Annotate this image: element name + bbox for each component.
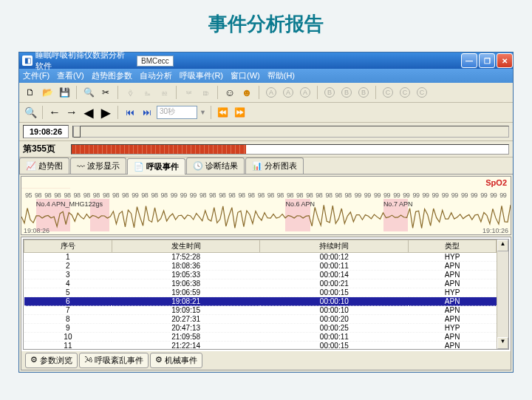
cell-seq: 9 [24,324,112,333]
window-controls: — ❐ ✕ [460,53,513,68]
table-row[interactable]: 719:09:1500:00:10APN [24,306,497,315]
tab-trend[interactable]: 📈趋势图 [19,157,69,174]
menu-resp-event[interactable]: 呼吸事件(R) [180,70,223,81]
circle-a-icon-2: A [281,85,296,100]
circle-b-icon-2: B [339,85,354,100]
scroll-down-icon[interactable]: ▼ [497,337,508,349]
menu-trend-params[interactable]: 趋势图参数 [92,70,132,81]
last-icon[interactable]: ⏭ [140,105,154,120]
circle-b-icon-3: B [356,85,371,100]
col-duration[interactable]: 持续时间 [260,240,409,253]
scroll-track[interactable] [497,251,508,337]
table-row[interactable]: 820:27:3100:00:20APN [24,315,497,324]
event-table: 序号 发生时间 持续时间 类型 117:52:2800:00:12HYP218:… [24,240,497,349]
cell-occur: 20:27:31 [112,315,260,324]
close-button[interactable]: ✕ [497,53,513,68]
table-row[interactable]: 519:06:5900:00:15HYP [24,288,497,297]
save-icon[interactable]: 💾 [57,85,72,100]
cell-seq: 2 [24,262,112,271]
menu-bar: 文件(F) 查看(V) 趋势图参数 自动分析 呼吸事件(R) 窗口(W) 帮助(… [19,69,513,83]
fast-forward-icon[interactable]: ▶ [98,105,113,120]
first-icon[interactable]: ⏮ [123,105,137,120]
zoom-icon[interactable]: 🔍 [23,105,38,120]
circle-a-icon-3: A [298,85,313,100]
menu-view[interactable]: 查看(V) [57,70,84,81]
cell-seq: 8 [24,315,112,324]
cell-occur: 17:52:28 [112,253,260,262]
circle-c-icon-2: C [398,85,412,100]
smiley-orange-icon[interactable]: ☻ [239,85,254,100]
menu-window[interactable]: 窗口(W) [231,70,260,81]
preview-icon[interactable]: 🔍 [81,85,96,100]
tab-diagnosis[interactable]: 🕓诊断结果 [186,157,245,174]
select-arrow-icon: ▼ [200,109,206,116]
forward-icon[interactable]: → [64,105,79,120]
col-seq[interactable]: 序号 [24,240,112,253]
step-fwd-icon: ⏩ [233,105,248,120]
tab-resp-event[interactable]: 📄呼吸事件 [127,158,185,174]
col-occur[interactable]: 发生时间 [112,240,260,253]
duration-select[interactable]: 30秒 [157,106,197,119]
scroll-up-icon[interactable]: ▲ [497,240,508,251]
event-table-panel: 序号 发生时间 持续时间 类型 117:52:2800:00:12HYP218:… [21,237,511,370]
open-icon[interactable]: 📂 [40,85,55,100]
minimize-button[interactable]: — [461,53,477,68]
progress-bar[interactable] [71,144,509,155]
back-icon[interactable]: ← [47,105,62,120]
table-row[interactable]: 218:08:3600:00:11APN [24,262,497,271]
wave-icon: 〰 [77,162,85,171]
maximize-button[interactable]: ❐ [479,53,495,68]
btab-resp[interactable]: 🌬呼吸紊乱事件 [79,353,149,368]
tool-icon-1: ⎀ [123,85,137,100]
slider-thumb[interactable] [73,126,81,138]
nav-toolbar: 🔍 ← → ◀ ▶ ⏮ ⏭ 30秒 ▼ ⏪ ⏩ [19,103,513,123]
cell-type: APN [409,306,497,315]
tab-charts[interactable]: 📊分析图表 [245,157,304,174]
menu-help[interactable]: 帮助(H) [267,70,295,81]
btab-params[interactable]: ⚙参数浏览 [25,353,78,368]
bar-icon: 📊 [252,161,262,171]
table-row[interactable]: 319:05:3300:00:14APN [24,271,497,279]
cell-seq: 6 [24,297,112,306]
col-type[interactable]: 类型 [409,240,497,253]
new-icon[interactable]: 🗋 [23,85,38,100]
tool-icon-5: ⎄ [198,85,213,100]
cell-duration: 00:00:10 [260,297,409,306]
cell-type: HYP [409,253,497,262]
smiley-yellow-icon[interactable]: ☺ [222,85,237,100]
btab-mech-label: 机械事件 [165,355,197,366]
chart-time-end: 19:10:26 [482,227,508,234]
table-row[interactable]: 419:06:3800:00:21APN [24,279,497,288]
cell-seq: 1 [24,253,112,262]
tool-icon-4: ⎃ [181,85,196,100]
gear-icon: ⚙ [30,355,38,366]
fast-back-icon[interactable]: ◀ [81,105,96,120]
table-row[interactable]: 1121:22:1400:00:15APN [24,342,497,350]
table-row[interactable]: 920:47:1300:00:25HYP [24,324,497,333]
tool-icon-2: ⎁ [140,85,154,100]
cell-type: HYP [409,324,497,333]
table-row[interactable]: 619:08:2100:00:10APN [24,297,497,306]
spo2-line [21,188,70,189]
table-row[interactable]: 1021:09:5800:00:11APN [24,333,497,342]
menu-auto-analysis[interactable]: 自动分析 [140,70,172,81]
cell-seq: 11 [24,342,112,350]
cut-icon[interactable]: ✂ [98,85,113,100]
btab-params-label: 参数浏览 [40,355,72,366]
page-indicator: 第355页 [23,143,67,155]
page-row: 第355页 [19,141,513,157]
document-name: BMCecc [137,55,174,67]
btab-mech[interactable]: ⚙机械事件 [150,353,202,368]
spo2-row: 9598989898989898989898999898989999999898… [25,191,507,199]
table-row[interactable]: 117:52:2800:00:12HYP [24,253,497,262]
menu-file[interactable]: 文件(F) [23,70,50,81]
time-slider[interactable] [72,126,509,138]
circle-c-icon-3: C [415,85,429,100]
table-scrollbar[interactable]: ▲ ▼ [497,240,508,349]
cell-type: APN [409,342,497,350]
tab-wave[interactable]: 〰波形显示 [70,157,126,174]
cell-occur: 21:09:58 [112,333,260,342]
cell-seq: 10 [24,333,112,342]
cell-type: APN [409,297,497,306]
event-table-container: 序号 发生时间 持续时间 类型 117:52:2800:00:12HYP218:… [23,239,509,350]
